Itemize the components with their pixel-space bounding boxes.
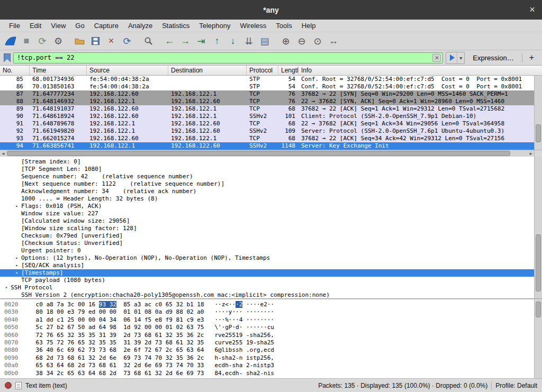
packet-row-91[interactable]: 9171.648789678192.168.122.1192.168.122.6… xyxy=(0,120,534,127)
expression-button[interactable]: Expression… xyxy=(467,54,519,62)
menu-tools[interactable]: Tools xyxy=(271,21,296,31)
packet-row-92[interactable]: 9271.661949820192.168.122.1192.168.122.6… xyxy=(0,127,534,135)
packet-row-87[interactable]: 8771.647777234192.168.122.60192.168.122.… xyxy=(0,90,534,98)
detail-line[interactable]: ▾SSH Protocol xyxy=(0,284,542,291)
detail-line[interactable]: Checksum: 0x79ed [unverified] xyxy=(0,232,542,240)
status-profile[interactable]: Profile: Default xyxy=(495,382,537,389)
menu-analyze[interactable]: Analyze xyxy=(123,21,157,31)
hex-row-00a0[interactable]: 00a0 65 63 64 68 2d 73 68 61 32 2d 6e 69… xyxy=(4,362,542,369)
reload-file-button[interactable]: ⟳ xyxy=(119,34,135,49)
packet-list-vscrollbar-thumb[interactable] xyxy=(536,124,541,142)
filter-apply-button[interactable]: ▾ xyxy=(446,52,465,64)
hex-row-0060[interactable]: 0060 72 76 65 32 35 35 31 39 2d 73 68 61… xyxy=(4,332,542,339)
menu-edit[interactable]: Edit xyxy=(25,21,46,31)
expander-icon[interactable]: ▸ xyxy=(13,262,21,269)
packet-list-vscrollbar[interactable] xyxy=(534,76,542,150)
packet-row-90[interactable]: 9071.648618924192.168.122.60192.168.122.… xyxy=(0,113,534,120)
expander-icon[interactable]: ▸ xyxy=(13,203,21,210)
resize-columns-button[interactable]: ↔ xyxy=(326,34,341,49)
open-file-button[interactable] xyxy=(71,34,87,49)
detail-line[interactable]: [Checksum Status: Unverified] xyxy=(0,240,542,247)
detail-line[interactable]: Acknowledgment number: 34 (relative ack … xyxy=(0,188,542,195)
stop-capture-button[interactable]: ■ xyxy=(19,34,34,49)
hex-row-0050[interactable]: 0050 5c 27 b2 67 50 ad 64 98 1d 92 00 00… xyxy=(4,324,542,331)
menu-go[interactable]: Go xyxy=(70,21,89,31)
filter-bookmark-icon[interactable] xyxy=(4,53,11,62)
close-button[interactable]: × xyxy=(527,4,538,15)
filter-input[interactable]: !tcp.port == 22 × xyxy=(13,52,443,63)
packet-row-86[interactable]: 8670.013850163fe:54:00:d4:38:2aSTP54Conf… xyxy=(0,83,534,90)
detail-line[interactable]: ▸[SEQ/ACK analysis] xyxy=(0,262,542,269)
detail-line[interactable]: ▸Flags: 0x018 (PSH, ACK) xyxy=(0,203,542,210)
hex-row-0080[interactable]: 0080 36 40 6c 69 62 73 73 68 2e 6f 72 67… xyxy=(4,347,542,354)
packet-list-hscrollbar-thumb[interactable] xyxy=(7,151,510,156)
zoom-100-button[interactable]: ⊙ xyxy=(310,34,326,49)
packet-row-94[interactable]: 9471.663856741192.168.122.1192.168.122.6… xyxy=(0,142,534,150)
packet-row-93[interactable]: 9371.662015274192.168.122.60192.168.122.… xyxy=(0,135,534,142)
detail-line[interactable]: SSH Version 2 (encryption:chacha20-poly1… xyxy=(0,291,542,299)
detail-line[interactable]: Urgent pointer: 0 xyxy=(0,247,542,254)
column-header-source[interactable]: Source xyxy=(87,66,168,75)
detail-line[interactable]: ▸[Timestamps] xyxy=(0,269,542,277)
auto-scroll-button[interactable]: ⇊ xyxy=(241,34,257,49)
menu-view[interactable]: View xyxy=(46,21,70,31)
expander-icon[interactable]: ▾ xyxy=(2,284,11,291)
filter-clear-button[interactable]: × xyxy=(432,54,441,62)
menu-file[interactable]: File xyxy=(4,21,25,31)
menu-wireless[interactable]: Wireless xyxy=(235,21,271,31)
detail-line[interactable]: [TCP Segment Len: 1080] xyxy=(0,166,542,173)
expander-icon[interactable]: ▸ xyxy=(13,269,21,277)
column-header-destination[interactable]: Destination xyxy=(168,66,247,75)
detail-line[interactable]: [Window size scaling factor: 128] xyxy=(0,225,542,232)
menu-capture[interactable]: Capture xyxy=(89,21,123,31)
column-header-length[interactable]: Length xyxy=(278,66,299,75)
detail-line[interactable]: Window size value: 227 xyxy=(0,210,542,217)
hex-row-0040[interactable]: 0040 a1 dd c1 25 00 00 04 34 06 14 f5 e8… xyxy=(4,316,542,324)
expert-info-icon[interactable] xyxy=(5,382,12,389)
close-file-button[interactable]: × xyxy=(103,34,119,49)
go-forward-button[interactable]: → xyxy=(177,34,193,49)
hex-row-00b0[interactable]: 00b0 38 34 2c 65 63 64 68 2d 73 68 61 32… xyxy=(4,370,542,377)
column-header-protocol[interactable]: Protocol xyxy=(247,66,278,75)
packet-row-88[interactable]: 8871.648146932192.168.122.1192.168.122.6… xyxy=(0,98,534,105)
go-to-packet-button[interactable]: ⇥ xyxy=(193,34,209,49)
titlebar[interactable]: *any × xyxy=(0,0,542,20)
menu-statistics[interactable]: Statistics xyxy=(157,21,194,31)
detail-line[interactable]: [Calculated window size: 29056] xyxy=(0,217,542,225)
capture-comment-icon[interactable] xyxy=(15,382,22,389)
hex-vscrollbar[interactable] xyxy=(534,299,542,378)
menu-telephony[interactable]: Telephony xyxy=(194,21,235,31)
zoom-out-button[interactable]: ⊖ xyxy=(294,34,310,49)
go-last-button[interactable]: ↓ xyxy=(225,34,241,49)
column-header-time[interactable]: Time xyxy=(30,66,87,75)
go-first-button[interactable]: ↑ xyxy=(209,34,225,49)
hex-row-0030[interactable]: 0030 80 18 00 e3 79 ed 00 00 01 01 08 0a… xyxy=(4,308,542,316)
detail-line[interactable]: Sequence number: 42 (relative sequence n… xyxy=(0,173,542,180)
colorize-button[interactable]: ▤ xyxy=(257,34,273,49)
start-capture-button[interactable] xyxy=(3,34,19,49)
packet-row-85[interactable]: 8568.001734936fe:54:00:d4:38:2aSTP54Conf… xyxy=(0,76,534,83)
find-packet-button[interactable] xyxy=(140,34,156,49)
hex-row-0090[interactable]: 0090 68 2d 73 68 61 32 2d 6e 69 73 74 70… xyxy=(4,354,542,362)
hex-row-0070[interactable]: 0070 63 75 72 76 65 32 35 35 31 39 2d 73… xyxy=(4,339,542,347)
packet-row-89[interactable]: 8971.648191037192.168.122.60192.168.122.… xyxy=(0,105,534,113)
column-header-info[interactable]: Info xyxy=(299,66,542,75)
detail-line[interactable]: [Next sequence number: 1122 (relative se… xyxy=(0,180,542,188)
column-header-no[interactable]: No. xyxy=(0,66,30,75)
go-back-button[interactable]: ← xyxy=(161,34,177,49)
expander-icon[interactable]: ▸ xyxy=(13,254,21,262)
zoom-in-button[interactable]: ⊕ xyxy=(278,34,294,49)
save-file-button[interactable] xyxy=(87,34,103,49)
detail-line[interactable]: 1000 .... = Header Length: 32 bytes (8) xyxy=(0,195,542,203)
chevron-down-icon[interactable]: ▾ xyxy=(457,52,464,63)
details-vscrollbar-thumb[interactable] xyxy=(536,234,541,291)
capture-options-button[interactable]: ⚙ xyxy=(50,34,66,49)
hex-vscrollbar-thumb[interactable] xyxy=(536,302,541,317)
details-vscrollbar[interactable] xyxy=(534,157,542,298)
menu-help[interactable]: Help xyxy=(297,21,321,31)
add-filter-button[interactable]: + xyxy=(525,53,538,62)
scroll-right-arrow-icon[interactable]: ▸ xyxy=(528,150,534,157)
packet-list-hscrollbar[interactable]: ◂ ▸ xyxy=(0,150,534,157)
detail-line[interactable]: [Stream index: 0] xyxy=(0,158,542,166)
scroll-left-arrow-icon[interactable]: ◂ xyxy=(0,150,6,157)
